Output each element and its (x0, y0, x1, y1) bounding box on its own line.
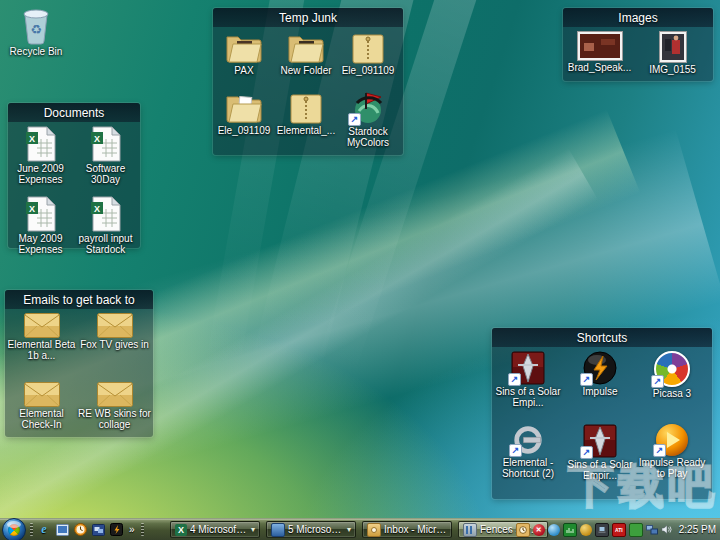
desktop-icon-brad-speak[interactable]: Brad_Speak... (563, 31, 636, 79)
desktop-icon-may-2009-expenses[interactable]: X May 2009 Expenses (8, 196, 73, 266)
desktop-icon-software-30day[interactable]: X Software 30Day (73, 126, 138, 196)
taskbar: e » X 4 Microsoft ... ▾ 5 Microsoft ... … (0, 518, 720, 540)
task-label: 4 Microsoft ... (190, 524, 248, 535)
desktop-icon-stardock-mycolors[interactable]: ↗ Stardock MyColors (337, 91, 399, 151)
email-envelope-icon (24, 313, 60, 338)
desktop-icon-impulse[interactable]: ↗ Impulse (564, 351, 636, 424)
svg-text:X: X (28, 204, 34, 214)
icon-label: Elemental Beta 1b a... (5, 339, 78, 361)
clock[interactable]: 2:25 PM (676, 524, 716, 535)
ati-catalyst-icon[interactable]: ATI (612, 523, 626, 537)
desktop-icon-img-0155[interactable]: IMG_0155 (636, 31, 709, 79)
toolbar-drag-handle[interactable] (141, 523, 144, 536)
fence-images: Images Brad_Speak... IMG_0155 (563, 8, 713, 81)
desktop-icon-elemental-beta[interactable]: Elemental Beta 1b a... (5, 313, 78, 382)
system-tray: ‹ ✕ ATI 2:25 PM (505, 519, 720, 540)
icon-label: PAX (234, 65, 253, 76)
fence-images-titlebar[interactable]: Images (563, 8, 713, 27)
desktop-icon-elemental-check-in[interactable]: Elemental Check-In (5, 382, 78, 451)
taskbar-button-microsoft-group[interactable]: 5 Microsoft ... ▾ (266, 521, 356, 538)
show-desktop-icon[interactable] (55, 523, 69, 537)
icon-label: payroll input Stardock (73, 233, 138, 255)
tray-collapse-chevron[interactable]: ‹ (505, 524, 512, 535)
impulse-play-icon: ↗ (656, 424, 688, 456)
fence-title: Temp Junk (279, 11, 337, 25)
fence-shortcuts-titlebar[interactable]: Shortcuts (492, 328, 712, 347)
desktop-icon-fox-tv[interactable]: Fox TV gives in (78, 313, 151, 382)
taskbar-buttons: X 4 Microsoft ... ▾ 5 Microsoft ... ▾ In… (170, 521, 548, 538)
fence-title: Images (618, 11, 657, 25)
desktop-icon-ele-zip[interactable]: Ele_091109 (337, 31, 399, 91)
network-computers-icon[interactable] (646, 524, 658, 536)
shortcut-arrow-icon: ↗ (580, 373, 593, 386)
icon-label: Stardock MyColors (337, 126, 399, 148)
taskbar-button-excel-group[interactable]: X 4 Microsoft ... ▾ (170, 521, 260, 538)
fence-documents: Documents X June 2009 Expenses X Softwar… (8, 103, 140, 248)
email-envelope-icon (24, 382, 60, 407)
security-shield-icon[interactable]: ✕ (533, 524, 545, 536)
desktop-icon-june-2009-expenses[interactable]: X June 2009 Expenses (8, 126, 73, 196)
fence-title: Shortcuts (577, 331, 628, 345)
clock-badge-icon[interactable] (516, 523, 530, 537)
impulse-icon: ↗ (583, 351, 617, 385)
desktop-icon-elemental-shortcut-2[interactable]: ↗ Elemental - Shortcut (2) (492, 424, 564, 497)
recycle-bin-icon: ♻ (19, 5, 53, 45)
icon-label: Brad_Speak... (568, 62, 631, 73)
photo-thumbnail-icon (577, 31, 623, 61)
desktop: ♻ Recycle Bin Temp Junk PAX New Folder (0, 0, 720, 540)
icon-label: Elemental Check-In (5, 408, 78, 430)
email-envelope-icon (97, 313, 133, 338)
desktop-icon-re-wb-skins[interactable]: RE WB skins for collage (78, 382, 151, 451)
desktop-icon-ele-folder[interactable]: Ele_091109 (213, 91, 275, 151)
desktop-icon-pax[interactable]: PAX (213, 31, 275, 91)
icon-label: Impulse (582, 386, 617, 397)
zip-folder-icon (289, 91, 323, 124)
excel-icon: X (175, 524, 187, 536)
toolbar-drag-handle[interactable] (30, 523, 33, 536)
icon-label: Software 30Day (73, 163, 138, 185)
desktop-icon-sins-solar-empire-1[interactable]: ↗ Sins of a Solar Empi... (492, 351, 564, 424)
recycle-bin-label: Recycle Bin (10, 46, 63, 57)
impulse-quicklaunch-icon[interactable] (109, 523, 123, 537)
volume-speaker-icon[interactable] (661, 524, 673, 536)
zip-folder-icon (351, 31, 385, 64)
photo-thumbnail-icon (659, 31, 687, 63)
icon-label: Picasa 3 (653, 388, 691, 399)
internet-explorer-icon[interactable]: e (37, 523, 51, 537)
fence-emails-titlebar[interactable]: Emails to get back to (5, 290, 153, 309)
green-meter-icon[interactable] (563, 523, 577, 537)
taskbar-button-inbox[interactable]: Inbox - Micro... (362, 521, 452, 538)
task-label: Inbox - Micro... (384, 524, 447, 535)
green-status-icon[interactable] (629, 523, 643, 537)
fence-images-body: Brad_Speak... IMG_0155 (563, 27, 713, 79)
laptop-icon[interactable] (595, 523, 609, 537)
desktop-icon-new-folder[interactable]: New Folder (275, 31, 337, 91)
fence-temp-junk-titlebar[interactable]: Temp Junk (213, 8, 403, 27)
fence-temp-junk-body: PAX New Folder Ele_091109 Ele_091109 (213, 27, 403, 151)
shortcut-arrow-icon: ↗ (348, 113, 361, 126)
svg-text:X: X (28, 134, 34, 144)
blue-orb-icon[interactable] (548, 524, 560, 536)
start-button[interactable] (2, 518, 26, 540)
recycle-bin[interactable]: ♻ Recycle Bin (4, 5, 68, 57)
excel-document-icon: X (91, 126, 121, 162)
fence-title: Documents (44, 106, 105, 120)
fence-title: Emails to get back to (23, 293, 134, 307)
task-label: 5 Microsoft ... (288, 524, 344, 535)
email-envelope-icon (97, 382, 133, 407)
desktop-icon-payroll-input-stardock[interactable]: X payroll input Stardock (73, 196, 138, 266)
time-badge-icon[interactable] (73, 523, 87, 537)
fence-documents-titlebar[interactable]: Documents (8, 103, 140, 122)
icon-label: Elemental_... (277, 125, 335, 136)
desktop-icon-elemental-zip[interactable]: Elemental_... (275, 91, 337, 151)
icon-label: June 2009 Expenses (8, 163, 73, 185)
icon-label: Elemental - Shortcut (2) (492, 457, 564, 479)
desktop-icon-picasa-3[interactable]: ↗ Picasa 3 (636, 351, 708, 424)
quick-launch-overflow-chevron[interactable]: » (127, 524, 137, 535)
gold-badge-icon[interactable] (580, 524, 592, 536)
chevron-down-icon: ▾ (347, 525, 351, 534)
excel-document-icon: X (26, 196, 56, 232)
icon-label: Ele_091109 (218, 125, 271, 136)
shortcut-arrow-icon: ↗ (651, 375, 664, 388)
window-switcher-icon[interactable] (91, 523, 105, 537)
